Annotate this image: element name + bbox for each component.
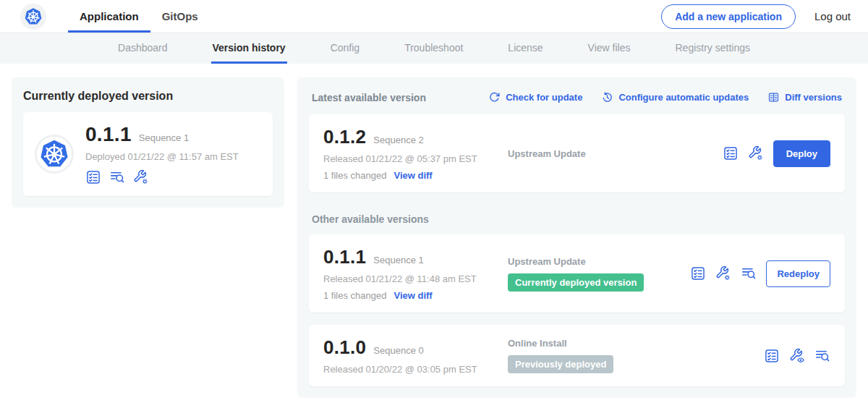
- redeploy-button[interactable]: Redeploy: [766, 260, 830, 287]
- currently-deployed-panel: Currently deployed version 0.1.1 Sequenc…: [12, 77, 284, 208]
- latest-available-title: Latest available version: [312, 92, 426, 103]
- diff-versions-label: Diff versions: [785, 92, 842, 103]
- tab-view-files[interactable]: View files: [587, 33, 632, 64]
- checklist-icon[interactable]: [690, 265, 706, 281]
- tab-version-history[interactable]: Version history: [211, 33, 287, 64]
- logout-button[interactable]: Log out: [814, 10, 851, 22]
- tab-registry-settings[interactable]: Registry settings: [674, 33, 752, 64]
- diff-versions-link[interactable]: Diff versions: [767, 91, 842, 103]
- sequence-label: Sequence 1: [373, 255, 423, 265]
- version-card-0-1-1: 0.1.1 Sequence 1 Released 01/21/22 @ 11:…: [309, 234, 845, 313]
- app-tabs: Application GitOps: [68, 0, 210, 33]
- checklist-icon[interactable]: [764, 348, 780, 364]
- available-versions-panel: Latest available version Check for updat…: [297, 77, 856, 398]
- version-source-label: Upstream Update: [508, 148, 723, 159]
- add-new-application-button[interactable]: Add a new application: [661, 4, 796, 29]
- config-edit-icon[interactable]: [133, 169, 149, 185]
- tab-config[interactable]: Config: [329, 33, 361, 64]
- tab-license[interactable]: License: [506, 33, 544, 64]
- currently-deployed-title: Currently deployed version: [23, 90, 273, 103]
- section-tabs: Dashboard Version history Config Trouble…: [0, 33, 868, 64]
- configure-automatic-updates-link[interactable]: Configure automatic updates: [601, 91, 749, 103]
- tab-gitops[interactable]: GitOps: [150, 0, 210, 33]
- diff-icon: [767, 91, 780, 103]
- other-available-versions-title: Other available versions: [312, 213, 842, 225]
- currently-deployed-badge: Currently deployed version: [508, 273, 644, 292]
- app-kubernetes-icon: [35, 135, 74, 174]
- config-view-icon[interactable]: [789, 348, 805, 364]
- check-for-update-label: Check for update: [506, 92, 582, 103]
- released-timestamp: Released 01/21/22 @ 11:48 am EST: [323, 273, 508, 284]
- previously-deployed-badge: Previously deployed: [508, 355, 613, 373]
- view-diff-link[interactable]: View diff: [393, 170, 432, 181]
- files-changed-label: 1 files changed: [323, 170, 386, 181]
- released-timestamp: Released 01/20/22 @ 03:05 pm EST: [323, 364, 508, 375]
- deployed-timestamp: Deployed 01/21/22 @ 11:57 am EST: [85, 151, 239, 162]
- checklist-icon[interactable]: [723, 145, 739, 161]
- deployed-version-number: 0.1.1: [85, 123, 132, 146]
- refresh-icon: [488, 91, 501, 103]
- deployed-version-card: 0.1.1 Sequence 1 Deployed 01/21/22 @ 11:…: [23, 112, 273, 196]
- version-card-0-1-2: 0.1.2 Sequence 2 Released 01/21/22 @ 05:…: [309, 114, 845, 192]
- version-number: 0.1.0: [323, 336, 366, 359]
- version-number: 0.1.2: [323, 126, 366, 148]
- main-content: Currently deployed version 0.1.1 Sequenc…: [0, 64, 868, 398]
- sequence-label: Sequence 2: [373, 135, 423, 145]
- preflight-icon[interactable]: [109, 169, 125, 185]
- schedule-icon: [601, 91, 613, 103]
- tab-application[interactable]: Application: [68, 0, 150, 33]
- deploy-button[interactable]: Deploy: [773, 140, 830, 167]
- config-edit-icon[interactable]: [748, 145, 764, 161]
- preflight-icon[interactable]: [741, 265, 757, 281]
- deployed-sequence-label: Sequence 1: [139, 132, 189, 143]
- files-changed-label: 1 files changed: [323, 290, 386, 301]
- view-diff-link[interactable]: View diff: [393, 290, 432, 301]
- configure-automatic-updates-label: Configure automatic updates: [618, 92, 749, 103]
- config-edit-icon[interactable]: [715, 265, 731, 281]
- preflight-icon[interactable]: [814, 348, 830, 364]
- tab-troubleshoot[interactable]: Troubleshoot: [403, 33, 464, 64]
- checklist-icon[interactable]: [85, 169, 101, 185]
- top-navbar: Application GitOps Add a new application…: [0, 0, 868, 33]
- released-timestamp: Released 01/21/22 @ 05:37 pm EST: [323, 153, 508, 164]
- kubernetes-logo-icon: [20, 4, 46, 30]
- sequence-label: Sequence 0: [373, 345, 423, 356]
- version-card-0-1-0: 0.1.0 Sequence 0 Released 01/20/22 @ 03:…: [309, 325, 845, 386]
- tab-dashboard[interactable]: Dashboard: [116, 33, 169, 64]
- version-number: 0.1.1: [323, 246, 366, 268]
- version-source-label: Upstream Update: [508, 256, 690, 267]
- check-for-update-link[interactable]: Check for update: [488, 91, 582, 103]
- version-source-label: Online Install: [508, 338, 764, 349]
